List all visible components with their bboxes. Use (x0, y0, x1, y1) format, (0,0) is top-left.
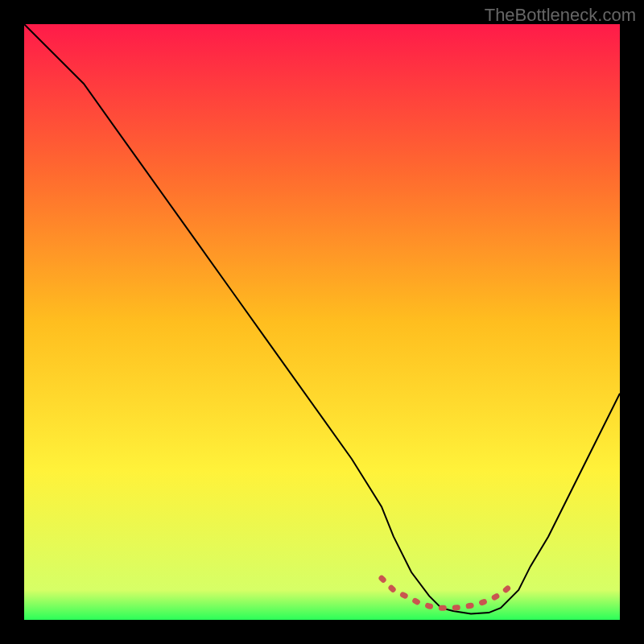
chart-plot-area (24, 24, 620, 620)
watermark-text: TheBottleneck.com (485, 5, 636, 26)
chart-svg (24, 24, 620, 620)
chart-background (24, 24, 620, 620)
